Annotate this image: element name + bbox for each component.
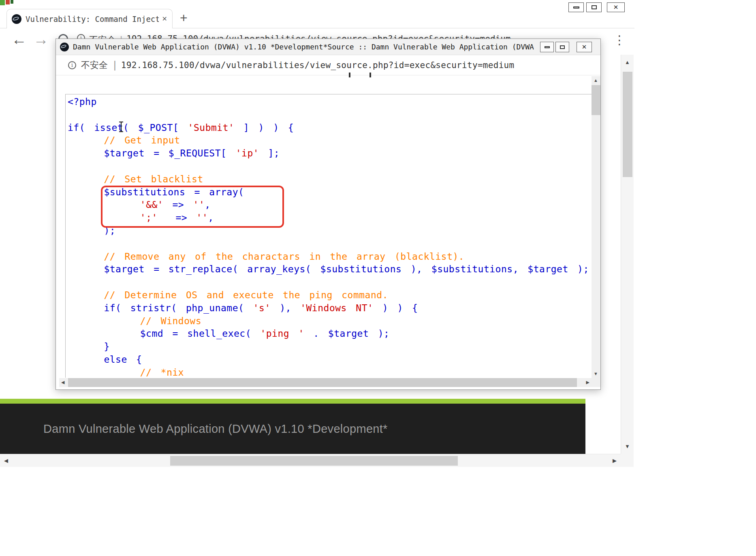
popup-vscroll-thumb[interactable] [592, 85, 600, 115]
code-line [68, 276, 592, 289]
window-maximize-button[interactable] [586, 2, 602, 12]
code-line: // Get input [68, 134, 592, 147]
maximize-icon [592, 5, 597, 9]
clipped-text-fragment [349, 73, 350, 77]
minimize-icon [573, 6, 579, 9]
scrollbar-corner [621, 454, 634, 467]
popup-scroll-left-icon[interactable]: ◀ [61, 380, 64, 385]
footer-accent-bar [0, 399, 585, 404]
code-line: <?php [68, 96, 592, 109]
code-line: else { [68, 353, 592, 366]
code-line: // Determine OS and execute the ping com… [68, 289, 592, 302]
clipped-text-fragment [369, 73, 371, 77]
minimize-icon [545, 46, 550, 48]
new-tab-button[interactable]: + [180, 11, 188, 24]
text-cursor [119, 122, 124, 132]
code-line: // *nix [68, 366, 592, 378]
code-line: // Remove any of the charactars in the a… [68, 250, 592, 263]
window-close-button[interactable]: ✕ [607, 2, 625, 12]
popup-scroll-up-icon[interactable]: ▲ [594, 78, 598, 83]
popup-hscroll-thumb[interactable] [68, 378, 577, 387]
popup-address-url: 192.168.75.100/dvwa/vulnerabilities/view… [121, 60, 515, 70]
browser-menu-button[interactable]: ⋮ [613, 34, 626, 46]
popup-scroll-down-icon[interactable]: ▼ [594, 372, 598, 376]
close-icon: ✕ [613, 4, 619, 11]
popup-scroll-right-icon[interactable]: ▶ [586, 380, 589, 385]
source-viewer-window: Damn Vulnerable Web Application (DVWA) v… [56, 38, 601, 390]
popup-minimize-button[interactable] [540, 42, 554, 52]
code-block: <?php if( isset( $_POST[ 'Submit' ] ) ) … [66, 94, 592, 378]
annotation-highlight-box [101, 186, 284, 228]
popup-close-button[interactable]: ✕ [577, 42, 592, 52]
screen: ✕ Vulnerability: Command Inject ✕ + ← → … [0, 0, 756, 556]
scroll-up-icon[interactable]: ▲ [625, 60, 630, 65]
footer-text: Damn Vulnerable Web Application (DVWA) v… [43, 422, 388, 436]
outer-vscroll-thumb[interactable] [623, 72, 632, 177]
popup-maximize-button[interactable] [555, 42, 569, 52]
page-footer: Damn Vulnerable Web Application (DVWA) v… [0, 404, 585, 454]
code-line: // Windows [68, 315, 592, 328]
code-line: if( stristr( php_uname( 's' ), 'Windows … [68, 302, 592, 315]
dvwa-favicon [12, 14, 21, 24]
outer-horizontal-scrollbar[interactable]: ◀ ▶ [0, 454, 621, 467]
code-line: // Set blacklist [68, 173, 592, 186]
code-line: $cmd = shell_exec( 'ping ' . $target ); [68, 327, 592, 340]
code-line: if( isset( $_POST[ 'Submit' ] ) ) { [68, 122, 592, 135]
scroll-right-icon[interactable]: ▶ [613, 458, 617, 463]
popup-horizontal-scrollbar[interactable]: ◀ ▶ [59, 378, 592, 387]
code-line: $target = $_REQUEST[ 'ip' ]; [68, 147, 592, 160]
window-minimize-button[interactable] [568, 2, 584, 12]
dvwa-window-icon [60, 43, 69, 51]
code-container: <?php if( isset( $_POST[ 'Submit' ] ) ) … [65, 94, 592, 378]
popup-info-icon: i [68, 61, 76, 69]
browser-tab[interactable]: Vulnerability: Command Inject ✕ [6, 9, 173, 28]
desktop-fragment [0, 0, 5, 5]
scroll-left-icon[interactable]: ◀ [4, 458, 8, 463]
code-line [68, 160, 592, 173]
outer-hscroll-thumb[interactable] [170, 456, 458, 466]
code-line: } [68, 340, 592, 353]
outer-vertical-scrollbar[interactable]: ▲ ▼ [621, 55, 634, 454]
popup-address-separator: | [113, 59, 116, 71]
close-icon: ✕ [582, 44, 587, 50]
popup-scrollbar-corner [592, 378, 600, 387]
desktop-peek [0, 0, 15, 6]
code-line [68, 237, 592, 250]
popup-title: Damn Vulnerable Web Application (DVWA) v… [73, 43, 535, 51]
popup-vertical-scrollbar[interactable]: ▲ ▼ [592, 76, 600, 378]
desktop-fragment [11, 0, 13, 4]
back-button[interactable]: ← [11, 32, 27, 47]
popup-security-label: 不安全 [81, 59, 108, 71]
code-line [68, 109, 592, 122]
maximize-icon [560, 45, 565, 49]
code-line: $target = str_replace( array_keys( $subs… [68, 263, 592, 276]
desktop-fragment [6, 0, 10, 4]
popup-address-bar[interactable]: i 不安全 | 192.168.75.100/dvwa/vulnerabilit… [56, 55, 600, 75]
scroll-down-icon[interactable]: ▼ [625, 444, 630, 449]
tab-close-icon[interactable]: ✕ [162, 15, 167, 23]
popup-titlebar[interactable]: Damn Vulnerable Web Application (DVWA) v… [56, 39, 600, 55]
tab-title: Vulnerability: Command Inject [26, 15, 159, 24]
forward-button[interactable]: → [33, 32, 49, 47]
